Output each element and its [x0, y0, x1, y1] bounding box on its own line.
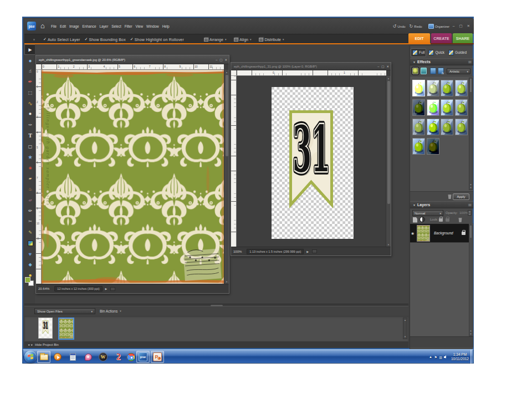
delete-icon[interactable] — [448, 194, 452, 199]
collapse-triangle-icon[interactable]: ▼ — [413, 60, 416, 64]
taskbar-powerpoint-button[interactable] — [151, 351, 164, 363]
all-effects-icon[interactable] — [438, 68, 444, 74]
photo-effects-icon[interactable] — [430, 68, 436, 74]
menu-item[interactable]: Edit — [60, 24, 66, 28]
canvas-damask-image[interactable] — [42, 70, 224, 284]
menu-item[interactable]: Enhance — [82, 24, 96, 28]
tool-red-eye-removal[interactable]: ◉ — [24, 162, 36, 173]
doc-close-icon[interactable]: ✕ — [224, 58, 227, 62]
minimize-button[interactable]: ‒ — [453, 24, 455, 28]
tool-hand[interactable]: ☝ — [24, 66, 36, 76]
tool-gradient[interactable] — [24, 238, 36, 248]
foreground-color-swatch[interactable] — [25, 277, 30, 283]
mode-quick-button[interactable]: Quick — [427, 48, 446, 57]
tool-crop[interactable]: ▢ — [24, 141, 36, 152]
mode-full-button[interactable]: Full — [411, 48, 426, 57]
tool-blur[interactable]: ◆ — [24, 259, 36, 270]
option-checkbox[interactable]: ✓ Show Bounding Box — [85, 37, 126, 42]
menu-item[interactable]: Window — [146, 24, 159, 28]
bin-thumbnail-damask-selected[interactable] — [58, 318, 74, 340]
tool-eraser[interactable]: ▱ — [24, 195, 36, 205]
taskbar-explorer-button[interactable] — [37, 351, 50, 363]
document-window-banner[interactable]: eph_chillingsworthpp1_31.png @ 100% (Lay… — [231, 62, 391, 256]
tool-move[interactable]: ► — [24, 44, 36, 55]
layer-visibility-icon[interactable]: ◉ — [411, 231, 414, 235]
doc-maximize-icon[interactable]: ▢ — [381, 65, 384, 68]
start-button[interactable] — [24, 351, 37, 363]
tool-magic-wand[interactable]: ✸ — [24, 109, 36, 119]
doc-maximize-icon[interactable]: ▢ — [219, 58, 222, 62]
tool-healing-brush[interactable]: ▰ — [24, 173, 36, 184]
collapse-triangle-icon[interactable]: ▼ — [413, 203, 416, 207]
tool-smart-brush[interactable]: ✂ — [24, 216, 36, 227]
filters-icon[interactable] — [412, 68, 418, 74]
vertical-scrollbar[interactable]: ▲ ▼ — [386, 76, 391, 247]
status-arrow-icon[interactable]: ▶ — [306, 250, 309, 253]
effect-thumbnail[interactable] — [427, 138, 439, 155]
effect-thumbnail[interactable] — [427, 99, 439, 116]
effect-thumbnail[interactable] — [455, 119, 468, 135]
opacity-spinner[interactable]: ▲▼ — [468, 210, 472, 216]
tray-clock[interactable]: 1:34 PM 10/11/2012 — [451, 352, 469, 361]
layers-scrollbar[interactable]: ▲ ▼ — [469, 224, 473, 336]
network-icon[interactable]: ▥ — [439, 355, 442, 359]
effect-thumbnail[interactable] — [455, 80, 468, 96]
taskbar-notepad-button[interactable] — [67, 351, 78, 363]
layer-row-background[interactable]: ◉ Background — [410, 224, 469, 243]
options-button[interactable]: Distribute ▼ — [259, 38, 284, 42]
layer-styles-icon[interactable] — [421, 68, 427, 74]
options-button[interactable]: Arrange ▼ — [204, 38, 227, 42]
panel-menu-icon[interactable]: ≡≡ — [468, 203, 471, 207]
effect-thumbnail[interactable] — [412, 138, 425, 155]
tool-marquee[interactable]: ⬚ — [24, 88, 36, 98]
effects-panel-header[interactable]: ▼ Effects ≡≡ — [410, 58, 473, 65]
redo-button[interactable]: ↻ Redo — [410, 24, 422, 29]
tool-cookie-cutter[interactable]: ★ — [24, 152, 36, 162]
delete-layer-icon[interactable] — [458, 217, 462, 222]
taskbar-media-player-button[interactable] — [52, 351, 63, 363]
tool-quick-selection[interactable]: ✑ — [24, 120, 36, 130]
tool-shape[interactable]: ♥ — [24, 248, 36, 259]
document-title-bar[interactable]: eph_chillingsworthpp1_greendamask.jpg @ … — [36, 55, 229, 64]
tool-brush[interactable]: ✏ — [24, 206, 36, 216]
layer-thumbnail[interactable] — [417, 225, 430, 242]
menu-item[interactable]: Filter — [125, 24, 132, 28]
taskbar-wow-button[interactable]: W — [98, 351, 109, 363]
mode-guided-button[interactable]: Guided — [447, 48, 468, 57]
effect-thumbnail[interactable] — [427, 80, 439, 96]
close-button[interactable]: ✕ — [467, 24, 470, 28]
tool-eyedropper[interactable]: ✒ — [24, 76, 36, 87]
show-open-files-dropdown[interactable]: Show Open Files ▼ — [34, 308, 95, 314]
show-desktop-button[interactable] — [470, 350, 473, 364]
effect-thumbnail[interactable] — [441, 119, 453, 135]
layers-panel-header[interactable]: ▼ Layers ≡≡ — [410, 201, 473, 208]
effect-thumbnail[interactable] — [412, 80, 425, 96]
lock-transparency-icon[interactable] — [439, 218, 443, 222]
document-window-damask[interactable]: eph_chillingsworthpp1_greendamask.jpg @ … — [35, 55, 229, 294]
menu-item[interactable]: View — [136, 24, 144, 28]
effects-category-dropdown[interactable]: Artistic ▼ — [447, 68, 470, 74]
doc-minimize-icon[interactable]: ‒ — [216, 58, 217, 62]
effect-thumbnail[interactable] — [455, 99, 468, 116]
blend-mode-dropdown[interactable]: Normal ▼ — [412, 210, 443, 216]
menu-item[interactable]: File — [51, 24, 57, 28]
doc-minimize-icon[interactable]: ‒ — [377, 65, 379, 68]
tool-lasso[interactable]: ∿ — [24, 98, 36, 109]
effect-thumbnail[interactable] — [441, 99, 453, 116]
taskbar-chrome-button[interactable] — [125, 351, 136, 363]
document-title-bar[interactable]: eph_chillingsworthpp1_31.png @ 100% (Lay… — [231, 63, 391, 70]
tool-clone-stamp[interactable]: ♨ — [24, 184, 36, 195]
effect-thumbnail[interactable] — [412, 119, 425, 135]
effect-thumbnail[interactable] — [441, 80, 453, 96]
vertical-scrollbar[interactable]: ▲ ▼ — [224, 70, 229, 284]
bin-scrollbar[interactable]: ▲ ▼ — [403, 318, 407, 339]
taskbar-photoshop-elements-button[interactable]: pse — [136, 351, 150, 363]
menu-item[interactable]: Help — [162, 24, 170, 28]
zoom-level[interactable]: 100% — [233, 250, 242, 253]
doc-close-icon[interactable]: ✕ — [386, 65, 389, 68]
taskbar-app2-button[interactable]: 2 — [113, 351, 124, 363]
options-button[interactable]: Align ▼ — [234, 38, 252, 42]
layer-name[interactable]: Background — [434, 231, 453, 235]
bin-thumbnail-banner[interactable] — [38, 318, 53, 339]
new-layer-icon[interactable] — [413, 217, 417, 223]
